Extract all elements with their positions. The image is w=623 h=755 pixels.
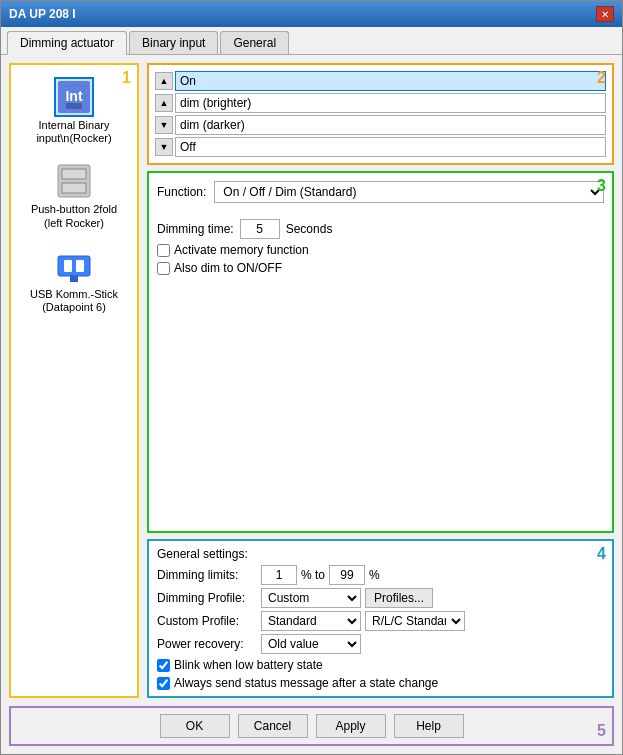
device-item-pushbutton[interactable]: Push-button 2fold (left Rocker): [19, 157, 129, 233]
device-icon-internal: Int: [54, 77, 94, 117]
dimming-profile-label: Dimming Profile:: [157, 591, 257, 605]
states-list: ▲ ▲ ▼ ▼: [155, 71, 606, 157]
cancel-button[interactable]: Cancel: [238, 714, 308, 738]
state-down-1[interactable]: ▲: [155, 94, 173, 112]
dimming-time-row: Dimming time: Seconds: [157, 211, 604, 239]
state-input-2[interactable]: [175, 115, 606, 135]
percent-to-label: % to: [301, 568, 325, 582]
usb-icon: [56, 248, 92, 284]
svg-rect-8: [76, 260, 84, 272]
section-number-2: 2: [597, 69, 606, 87]
blink-checkbox[interactable]: [157, 659, 170, 672]
device-panel: 1 Int Internal Binary input\n(Rocker): [9, 63, 139, 698]
custom-profile-row: Custom Profile: Standard Custom R/L/C St…: [157, 611, 604, 631]
dimming-time-input[interactable]: [240, 219, 280, 239]
dimming-time-label: Dimming time:: [157, 222, 234, 236]
states-section: 2 ▲ ▲ ▼ ▼: [147, 63, 614, 165]
state-row-2: ▼: [155, 115, 606, 135]
device-item-internal[interactable]: Int Internal Binary input\n(Rocker): [19, 73, 129, 149]
device-label-pushbutton: Push-button 2fold (left Rocker): [23, 203, 125, 229]
custom-profile-label: Custom Profile:: [157, 614, 257, 628]
help-button[interactable]: Help: [394, 714, 464, 738]
panel-number-1: 1: [122, 69, 131, 87]
internal-icon: Int: [56, 79, 92, 115]
state-row-0: ▲: [155, 71, 606, 91]
state-input-0[interactable]: [175, 71, 606, 91]
dimming-limit-to[interactable]: [329, 565, 365, 585]
function-label: Function:: [157, 185, 206, 199]
svg-rect-6: [58, 256, 90, 276]
tab-bar: Dimming actuator Binary input General: [1, 27, 622, 55]
main-window: DA UP 208 I ✕ Dimming actuator Binary in…: [0, 0, 623, 755]
state-up-0[interactable]: ▲: [155, 72, 173, 90]
blink-label: Blink when low battery state: [174, 658, 323, 672]
ok-button[interactable]: OK: [160, 714, 230, 738]
section-number-3: 3: [597, 177, 606, 195]
power-recovery-row: Power recovery: Old value On Off: [157, 634, 604, 654]
function-select[interactable]: On / Off / Dim (Standard) On / Off Dim o…: [214, 181, 604, 203]
state-row-3: ▼: [155, 137, 606, 157]
memory-function-checkbox[interactable]: [157, 244, 170, 257]
power-recovery-select[interactable]: Old value On Off: [261, 634, 361, 654]
dimming-limit-from[interactable]: [261, 565, 297, 585]
dimming-limits-row: Dimming limits: % to %: [157, 565, 604, 585]
apply-button[interactable]: Apply: [316, 714, 386, 738]
bottom-button-bar: 5 OK Cancel Apply Help: [9, 706, 614, 746]
status-checkbox[interactable]: [157, 677, 170, 690]
function-row: Function: On / Off / Dim (Standard) On /…: [157, 181, 604, 203]
right-panel: 2 ▲ ▲ ▼ ▼: [147, 63, 614, 698]
panel-number-5: 5: [597, 722, 606, 740]
device-label-usb: USB Komm.-Stick (Datapoint 6): [23, 288, 125, 314]
tab-dimming-actuator[interactable]: Dimming actuator: [7, 31, 127, 55]
dimming-profile-select[interactable]: Custom Standard Halogen: [261, 588, 361, 608]
memory-function-label: Activate memory function: [174, 243, 309, 257]
profiles-button[interactable]: Profiles...: [365, 588, 433, 608]
general-settings-title: General settings:: [157, 547, 604, 561]
percent2-label: %: [369, 568, 380, 582]
device-item-usb[interactable]: USB Komm.-Stick (Datapoint 6): [19, 242, 129, 318]
tab-general[interactable]: General: [220, 31, 289, 54]
svg-rect-7: [64, 260, 72, 272]
window-title: DA UP 208 I: [9, 7, 76, 21]
state-input-3[interactable]: [175, 137, 606, 157]
device-icon-pushbutton: [54, 161, 94, 201]
tab-binary-input[interactable]: Binary input: [129, 31, 218, 54]
dim-on-off-checkbox[interactable]: [157, 262, 170, 275]
general-settings-section: 4 General settings: Dimming limits: % to…: [147, 539, 614, 698]
rlc-select[interactable]: R/L/C Standard R/L/C Custom: [365, 611, 465, 631]
custom-profile-select[interactable]: Standard Custom: [261, 611, 361, 631]
dimming-limits-label: Dimming limits:: [157, 568, 257, 582]
device-icon-usb: [54, 246, 94, 286]
function-section: 3 Function: On / Off / Dim (Standard) On…: [147, 171, 614, 533]
svg-rect-2: [66, 103, 82, 109]
device-label-internal: Internal Binary input\n(Rocker): [23, 119, 125, 145]
dim-on-off-row: Also dim to ON/OFF: [157, 261, 604, 275]
title-bar: DA UP 208 I ✕: [1, 1, 622, 27]
state-row-1: ▲: [155, 93, 606, 113]
dimming-profile-row: Dimming Profile: Custom Standard Halogen…: [157, 588, 604, 608]
memory-function-row: Activate memory function: [157, 243, 604, 257]
state-input-1[interactable]: [175, 93, 606, 113]
state-down-3[interactable]: ▼: [155, 138, 173, 156]
status-label: Always send status message after a state…: [174, 676, 438, 690]
main-content: 1 Int Internal Binary input\n(Rocker): [1, 55, 622, 706]
pushbutton-icon: [56, 163, 92, 199]
svg-rect-4: [62, 169, 86, 179]
section3-bottom: Dimming time: Seconds Activate memory fu…: [157, 211, 604, 275]
status-row: Always send status message after a state…: [157, 676, 604, 690]
svg-rect-9: [70, 276, 78, 282]
svg-text:Int: Int: [65, 88, 82, 104]
dimming-time-unit: Seconds: [286, 222, 333, 236]
blink-row: Blink when low battery state: [157, 658, 604, 672]
dim-on-off-label: Also dim to ON/OFF: [174, 261, 282, 275]
state-down-2[interactable]: ▼: [155, 116, 173, 134]
power-recovery-label: Power recovery:: [157, 637, 257, 651]
close-button[interactable]: ✕: [596, 6, 614, 22]
section-number-4: 4: [597, 545, 606, 563]
svg-rect-5: [62, 183, 86, 193]
